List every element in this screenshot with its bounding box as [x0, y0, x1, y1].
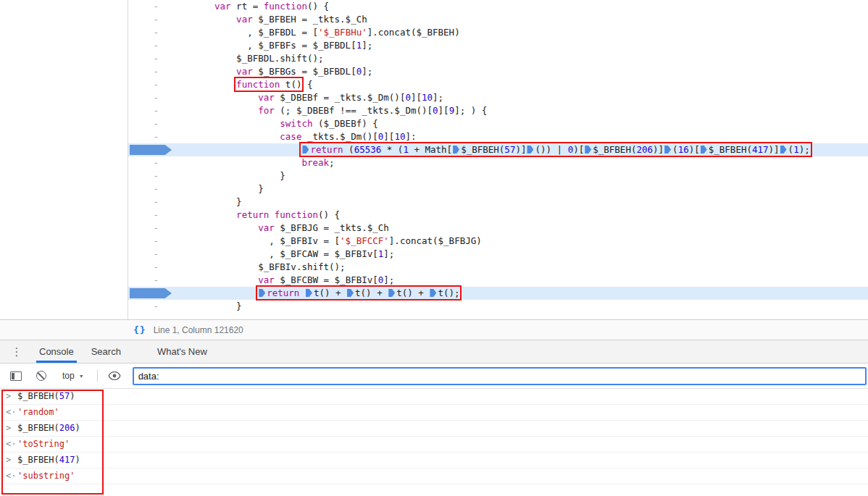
inline-breakpoint-icon[interactable] [388, 289, 395, 297]
gutter-cell[interactable]: - [128, 182, 169, 196]
result-arrow-icon: <· [6, 405, 17, 420]
inline-breakpoint-icon[interactable] [527, 146, 533, 154]
code-text[interactable]: var $_BFCBW = $_BFBIv[0]; [169, 274, 394, 287]
gutter-cell[interactable] [128, 287, 169, 300]
code-token: 206 [636, 144, 653, 155]
gutter-cell[interactable]: - [128, 169, 169, 182]
inline-breakpoint-icon[interactable] [347, 289, 354, 297]
inline-breakpoint-icon[interactable] [453, 146, 459, 154]
code-text[interactable]: function t() { [169, 78, 313, 91]
gutter-cell[interactable]: - [128, 117, 169, 130]
tab-console[interactable]: Console [30, 340, 83, 363]
code-text[interactable]: return (65536 * (1 + Math[$_BFBEH(57)]()… [169, 143, 810, 156]
code-token: $_BFBDL.shift(); [214, 53, 324, 64]
code-token: function [236, 79, 280, 90]
gutter-cell[interactable]: - [128, 91, 169, 104]
inline-breakpoint-icon[interactable] [585, 146, 591, 154]
inline-breakpoint-icon[interactable] [780, 146, 787, 154]
code-text[interactable]: , $_BFBIv = ['$_BFCCF'].concat($_BFBJG) [169, 235, 482, 248]
code-token: ]; [362, 40, 372, 51]
code-line: - return function() { [128, 209, 868, 222]
code-line: - $_BFBIv.shift(); [128, 261, 868, 274]
console-sidebar-icon[interactable] [10, 371, 22, 381]
console-filter-input[interactable] [133, 367, 867, 385]
code-text[interactable]: , $_BFBDL = ['$_BFBHu'].concat($_BFBEH) [169, 26, 460, 39]
gutter-cell[interactable]: - [128, 235, 169, 248]
code-line: -var rt = function() { [128, 0, 868, 13]
gutter-cell[interactable]: - [128, 156, 169, 169]
code-text[interactable]: $_BFBIv.shift(); [169, 261, 346, 274]
console-message-text: 'toString' [17, 439, 70, 449]
gutter-cell[interactable]: - [128, 65, 169, 78]
gutter-cell[interactable]: - [128, 13, 169, 26]
code-token: for [258, 105, 275, 116]
code-text[interactable]: , $_BFBFs = $_BFBDL[1]; [169, 39, 372, 52]
source-editor[interactable]: -var rt = function() {- var $_BFBEH = _t… [128, 0, 868, 319]
code-text[interactable]: return function() { [169, 209, 340, 222]
code-line: - , $_BFBFs = $_BFBDL[1]; [128, 39, 868, 52]
drawer-tab-bar: ⋮ Console Search What's New [0, 340, 868, 363]
inline-breakpoint-icon[interactable] [302, 146, 309, 154]
code-text[interactable]: } [169, 300, 242, 313]
code-token: var [236, 14, 253, 25]
code-line: - , $_BFCAW = $_BFBIv[1]; [128, 248, 868, 261]
gutter-cell[interactable]: - [128, 104, 169, 117]
code-text[interactable]: var rt = function() { [169, 0, 329, 13]
gutter-cell[interactable]: - [128, 0, 169, 13]
inline-breakpoint-icon[interactable] [430, 289, 436, 297]
gutter-cell[interactable]: - [128, 248, 169, 261]
gutter-cell[interactable]: - [128, 222, 169, 235]
code-text[interactable]: switch ($_DBEBf) { [169, 117, 378, 130]
code-text[interactable]: for (; $_DBEBf !== _tkts.$_Dm()[0][9]; )… [169, 104, 487, 117]
inline-breakpoint-icon[interactable] [259, 289, 265, 297]
annotation-box: return (65536 * (1 + Math[$_BFBEH(57)]()… [301, 144, 809, 155]
code-text[interactable]: case _tkts.$_Dm()[0][10]: [169, 130, 417, 143]
code-token: $_BFBGs = $_BFBDL[ [253, 66, 356, 77]
gutter-cell[interactable]: - [128, 300, 169, 313]
frame-selector-dropdown[interactable]: top ▼ [62, 371, 84, 381]
result-arrow-icon: <· [6, 437, 17, 452]
gutter-cell[interactable]: - [128, 78, 169, 91]
code-text[interactable]: var $_BFBJG = _tkts.$_Ch [169, 222, 389, 235]
execution-pointer-icon [130, 145, 172, 155]
code-token: break [301, 157, 329, 168]
tab-whats-new[interactable]: What's New [149, 340, 216, 363]
code-token: ].concat($_BFBJG) [389, 235, 482, 246]
code-token: , $_BFBDL = [ [214, 27, 318, 38]
tab-search[interactable]: Search [83, 340, 130, 363]
code-text[interactable]: var $_BFBEH = _tkts.$_Ch [169, 13, 367, 26]
inline-breakpoint-icon[interactable] [664, 146, 671, 154]
gutter-cell[interactable]: - [128, 209, 169, 222]
code-text[interactable]: , $_BFCAW = $_BFBIv[1]; [169, 248, 394, 261]
gutter-cell[interactable]: - [128, 196, 169, 209]
code-token: function [264, 1, 307, 12]
console-command: >$_BFBEH(417) [0, 453, 868, 468]
code-token: 'substring' [17, 471, 75, 481]
gutter-cell[interactable]: - [128, 274, 169, 287]
gutter-cell[interactable]: - [128, 130, 169, 143]
gutter-cell[interactable]: - [128, 26, 169, 39]
console-result: <·'toString' [0, 437, 868, 453]
inline-breakpoint-icon[interactable] [701, 146, 707, 154]
gutter-cell[interactable]: - [128, 52, 169, 65]
inline-breakpoint-icon[interactable] [306, 289, 312, 297]
code-text[interactable]: var $_BFBGs = $_BFBDL[0]; [169, 65, 372, 78]
gutter-cell[interactable]: - [128, 261, 169, 274]
code-token: ) [70, 391, 75, 401]
code-text[interactable]: } [169, 182, 264, 196]
kebab-menu-icon[interactable]: ⋮ [9, 345, 25, 358]
gutter-cell[interactable]: - [128, 39, 169, 52]
code-text[interactable]: $_BFBDL.shift(); [169, 52, 324, 65]
code-text[interactable]: } [169, 169, 285, 182]
pretty-print-button[interactable]: {} [133, 324, 146, 335]
code-text[interactable]: return t() + t() + t() + t(); [169, 287, 459, 300]
annotation-box: return t() + t() + t() + t(); [258, 287, 459, 298]
code-text[interactable]: var $_DBEBf = _tkts.$_Dm()[0][10]; [169, 91, 443, 104]
code-text[interactable]: break; [169, 156, 335, 169]
clear-console-icon[interactable] [36, 371, 46, 381]
gutter-cell[interactable] [128, 143, 169, 156]
code-line: - break; [128, 156, 868, 169]
live-expression-eye-icon[interactable] [108, 369, 121, 382]
code-text[interactable]: } [169, 196, 242, 209]
toolbar-separator [97, 369, 98, 382]
